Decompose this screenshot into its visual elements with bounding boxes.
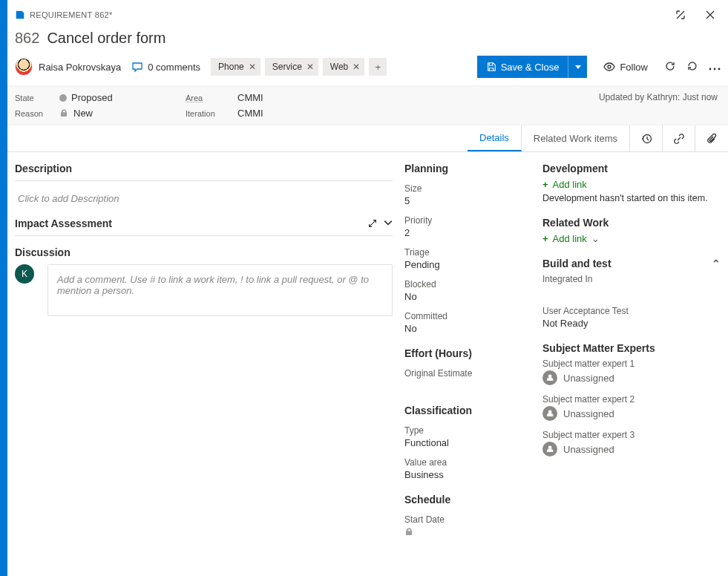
comments-link[interactable]: 0 comments [131, 61, 200, 73]
triage-field[interactable]: Pending [404, 259, 531, 270]
integrated-in-label: Integrated In [542, 274, 721, 284]
development-empty-text: Development hasn't started on this item. [542, 193, 721, 203]
area-field[interactable]: CMMI [237, 92, 364, 103]
iteration-field[interactable]: CMMI [237, 108, 364, 119]
svg-point-3 [718, 68, 721, 70]
value-area-field[interactable]: Business [404, 469, 531, 480]
expand-icon[interactable] [367, 218, 378, 229]
integrated-in-field[interactable] [542, 286, 721, 297]
sme1-label: Subject matter expert 1 [542, 359, 721, 369]
restore-icon [675, 9, 686, 21]
chevron-down-icon[interactable] [384, 218, 393, 227]
tab-related-work-items[interactable]: Related Work items [522, 125, 630, 151]
history-icon [640, 133, 652, 145]
save-button[interactable]: Save & Close [477, 56, 568, 78]
svg-point-0 [608, 65, 611, 68]
discussion-input[interactable]: Add a comment. Use # to link a work item… [47, 264, 393, 316]
tab-details[interactable]: Details [468, 125, 522, 151]
value-area-label: Value area [404, 457, 531, 468]
follow-eye-icon [603, 61, 615, 73]
committed-label: Committed [404, 311, 531, 321]
follow-button[interactable]: Follow [597, 58, 654, 76]
tag-remove-button[interactable]: ✕ [352, 62, 360, 72]
size-field[interactable]: 5 [404, 195, 531, 206]
save-split-button: Save & Close [477, 56, 588, 78]
size-label: Size [404, 183, 531, 194]
tag-add-button[interactable]: + [369, 58, 387, 76]
schedule-heading: Schedule [404, 494, 531, 505]
start-date-field[interactable]: 🔒︎ [404, 526, 531, 537]
tag-pill: Service ✕ [265, 58, 318, 76]
iteration-value: CMMI [237, 108, 263, 119]
blocked-field[interactable]: No [404, 291, 531, 302]
more-actions-button[interactable] [709, 62, 721, 73]
state-field[interactable]: Proposed [59, 92, 186, 103]
sme2-label: Subject matter expert 2 [542, 394, 721, 405]
blocked-label: Blocked [404, 279, 531, 289]
priority-field[interactable]: 2 [404, 227, 531, 238]
plus-icon: + [542, 233, 548, 244]
attachment-icon [706, 133, 718, 145]
planning-heading: Planning [404, 163, 531, 174]
sme3-field[interactable]: 👤︎Unassigned [542, 442, 721, 456]
state-dot-icon [59, 94, 67, 102]
related-work-heading: Related Work [542, 217, 721, 229]
close-icon [704, 9, 716, 21]
state-value: Proposed [71, 92, 113, 103]
comment-icon [131, 61, 143, 73]
related-work-add-link[interactable]: +Add link⌄ [542, 233, 721, 244]
work-item-type-icon [15, 10, 25, 20]
tag-label: Service [272, 62, 302, 72]
area-value: CMMI [237, 92, 263, 103]
type-label: Type [404, 425, 531, 436]
assignee-picker[interactable]: Raisa Pokrovskaya [15, 58, 121, 76]
reason-label: Reason [15, 109, 59, 118]
triage-label: Triage [404, 247, 531, 258]
svg-point-1 [709, 68, 712, 70]
accent-stripe [0, 0, 7, 576]
more-icon [709, 68, 721, 71]
tab-attachments[interactable] [695, 125, 728, 151]
type-field[interactable]: Functional [404, 437, 531, 448]
save-dropdown-button[interactable] [568, 56, 587, 78]
discussion-heading: Discussion [15, 246, 393, 258]
reason-value: New [73, 108, 93, 119]
tag-remove-button[interactable]: ✕ [249, 62, 256, 72]
area-label: Area [186, 94, 237, 102]
restore-window-button[interactable] [670, 4, 691, 25]
lock-icon: 🔒︎ [59, 108, 69, 119]
assignee-avatar [15, 58, 33, 76]
sme2-field[interactable]: 👤︎Unassigned [542, 406, 721, 421]
tag-pill: Web ✕ [323, 58, 364, 76]
tab-history[interactable] [630, 125, 663, 151]
build-and-test-heading: Build and test ⌃ [542, 258, 721, 269]
tag-remove-button[interactable]: ✕ [306, 62, 314, 72]
chevron-down-icon: ⌄ [591, 233, 600, 244]
link-icon [673, 133, 685, 145]
undo-button[interactable] [686, 60, 698, 74]
close-window-button[interactable] [700, 4, 721, 25]
iteration-label: Iteration [186, 109, 237, 118]
reason-field[interactable]: 🔒︎New [59, 108, 186, 119]
chevron-down-icon [575, 65, 581, 69]
refresh-button[interactable] [664, 60, 676, 74]
lock-icon: 🔒︎ [404, 526, 414, 537]
uat-field[interactable]: Not Ready [542, 318, 721, 329]
priority-label: Priority [404, 215, 531, 226]
development-add-link[interactable]: +Add link [542, 179, 721, 190]
save-label: Save & Close [501, 62, 560, 73]
collapse-button[interactable]: ⌃ [712, 258, 721, 269]
work-item-title[interactable]: Cancel order form [47, 30, 165, 47]
committed-field[interactable]: No [404, 323, 531, 334]
original-estimate-field[interactable] [404, 380, 531, 391]
updated-by-text: Updated by Kathryn: Just now [599, 92, 718, 102]
tag-label: Phone [218, 62, 244, 72]
tag-list: Phone ✕ Service ✕ Web ✕ + [211, 58, 387, 76]
comments-label: 0 comments [148, 62, 200, 73]
impact-assessment-heading: Impact Assessment [15, 217, 393, 236]
description-input[interactable]: Click to add Description [15, 189, 393, 217]
person-icon: 👤︎ [542, 370, 557, 385]
sme1-field[interactable]: 👤︎Unassigned [542, 370, 721, 385]
tab-links[interactable] [663, 125, 695, 151]
sme3-label: Subject matter expert 3 [542, 430, 721, 440]
